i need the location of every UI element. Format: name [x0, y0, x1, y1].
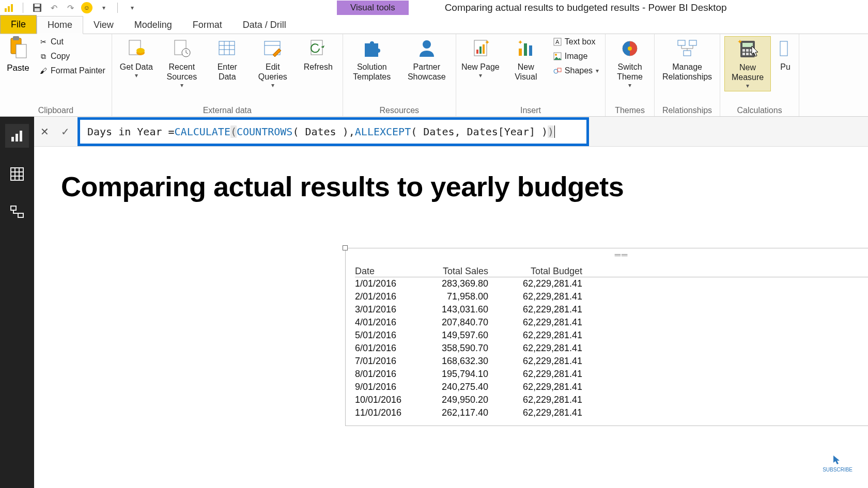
- formula-commit-button[interactable]: ✓: [55, 121, 75, 142]
- svg-rect-2: [11, 4, 13, 12]
- table-header-row: Date Total Sales Total Budget: [355, 266, 868, 277]
- edit-queries-button[interactable]: Edit Queries: [253, 36, 293, 90]
- enter-data-button[interactable]: Enter Data: [207, 36, 247, 83]
- svg-text:A: A: [555, 39, 560, 45]
- tab-view[interactable]: View: [83, 17, 124, 34]
- manage-relationships-button[interactable]: Manage Relationships: [659, 36, 716, 83]
- switch-theme-button[interactable]: Switch Theme: [610, 36, 650, 90]
- col-total-budget[interactable]: Total Budget: [500, 266, 582, 277]
- svg-point-39: [628, 46, 632, 51]
- qat-customize-icon[interactable]: [126, 2, 137, 13]
- svg-rect-48: [742, 53, 745, 55]
- page-title: Comparing actual results to yearly budge…: [40, 155, 868, 213]
- cell-sales: 71,958.00: [422, 291, 500, 302]
- partial-button[interactable]: Pu: [776, 36, 795, 73]
- tab-format[interactable]: Format: [182, 17, 233, 34]
- svg-point-35: [555, 54, 557, 56]
- recent-sources-button[interactable]: Recent Sources: [162, 36, 202, 90]
- table-row[interactable]: 1/01/2016283,369.8062,229,281.41: [355, 277, 868, 290]
- nav-data-view[interactable]: [5, 162, 29, 186]
- table-row[interactable]: 2/01/201671,958.0062,229,281.41: [355, 290, 868, 303]
- partner-showcase-button[interactable]: Partner Showcase: [402, 36, 452, 83]
- svg-rect-46: [746, 49, 749, 52]
- undo-icon[interactable]: ↶: [48, 2, 59, 13]
- table-row[interactable]: 3/01/2016143,031.6062,229,281.41: [355, 303, 868, 316]
- cut-button[interactable]: ✂Cut: [37, 36, 107, 48]
- col-date[interactable]: Date: [355, 266, 422, 277]
- shapes-button[interactable]: Shapes: [551, 65, 601, 76]
- paste-icon: [9, 36, 27, 63]
- subscribe-badge[interactable]: SUBSCRIBE: [823, 453, 853, 473]
- cell-budget: 62,229,281.41: [500, 407, 582, 418]
- cell-sales: 262,117.40: [422, 407, 500, 418]
- cell-sales: 195,794.10: [422, 369, 500, 380]
- ribbon: Paste ✂Cut ⧉Copy 🖌Format Painter Clipboa…: [0, 34, 868, 117]
- resize-handle-icon[interactable]: [343, 245, 348, 250]
- image-button[interactable]: Image: [551, 51, 601, 62]
- svg-rect-40: [678, 40, 685, 45]
- new-page-icon: ✦: [469, 37, 492, 60]
- table-row[interactable]: 5/01/2016149,597.6062,229,281.41: [355, 329, 868, 342]
- new-visual-button[interactable]: ✦New Visual: [506, 36, 546, 83]
- nav-report-view[interactable]: [5, 124, 29, 148]
- svg-text:✦: ✦: [485, 39, 490, 46]
- solution-templates-button[interactable]: Solution Templates: [347, 36, 397, 83]
- relationships-icon: [676, 37, 699, 60]
- feedback-icon[interactable]: ☺: [81, 2, 92, 13]
- group-relationships: Manage Relationships Relationships: [655, 34, 720, 116]
- paste-label: Paste: [7, 63, 29, 73]
- title-bar: ↶ ↷ ☺ Visual tools Comparing actual resu…: [0, 0, 868, 15]
- new-measure-button[interactable]: ✦ New Measure: [724, 36, 771, 91]
- contextual-tab-visual-tools[interactable]: Visual tools: [337, 1, 409, 15]
- refresh-button[interactable]: Refresh: [298, 36, 338, 73]
- tok-calculate: CALCULATE: [175, 125, 230, 138]
- cell-sales: 283,369.80: [422, 278, 500, 289]
- table-row[interactable]: 11/01/2016262,117.4062,229,281.41: [355, 406, 868, 419]
- table-visual[interactable]: ══ Date Total Sales Total Budget 1/01/20…: [345, 248, 868, 426]
- window-title: Comparing actual results to budgeted res…: [445, 2, 727, 13]
- table-row[interactable]: 4/01/2016207,840.7062,229,281.41: [355, 316, 868, 329]
- report-canvas[interactable]: Comparing actual results to yearly budge…: [40, 155, 868, 488]
- edit-queries-icon: [261, 37, 284, 60]
- paste-button[interactable]: Paste: [4, 36, 32, 73]
- cell-budget: 62,229,281.41: [500, 395, 582, 405]
- tab-home[interactable]: Home: [37, 16, 83, 34]
- svg-rect-5: [35, 8, 40, 11]
- new-page-button[interactable]: ✦New Page: [460, 36, 501, 81]
- formula-input[interactable]: Days in Year = CALCULATE ( COUNTROWS ( D…: [78, 117, 589, 146]
- svg-text:✦: ✦: [737, 39, 742, 45]
- formula-cancel-button[interactable]: ✕: [34, 121, 55, 142]
- svg-rect-24: [476, 50, 478, 54]
- tab-modeling[interactable]: Modeling: [124, 17, 182, 34]
- paren-close-highlight: ): [548, 125, 554, 138]
- table-row[interactable]: 8/01/2016195,794.1062,229,281.41: [355, 368, 868, 381]
- redo-icon[interactable]: ↷: [65, 2, 76, 13]
- tab-file[interactable]: File: [0, 15, 37, 34]
- feedback-dropdown-icon[interactable]: [98, 2, 109, 13]
- nav-model-view[interactable]: [5, 200, 29, 224]
- text-box-button[interactable]: AText box: [551, 36, 601, 48]
- svg-rect-30: [529, 45, 532, 56]
- table-row[interactable]: 9/01/2016240,275.4062,229,281.41: [355, 381, 868, 393]
- cell-sales: 149,597.60: [422, 330, 500, 341]
- cell-budget: 62,229,281.41: [500, 304, 582, 315]
- table-row[interactable]: 7/01/2016168,632.3062,229,281.41: [355, 355, 868, 368]
- col-total-sales[interactable]: Total Sales: [422, 266, 500, 277]
- tab-data-drill[interactable]: Data / Drill: [233, 17, 297, 34]
- svg-rect-52: [780, 41, 787, 56]
- table-row[interactable]: 6/01/2016358,590.7062,229,281.41: [355, 342, 868, 355]
- format-painter-button[interactable]: 🖌Format Painter: [37, 65, 107, 76]
- svg-point-22: [423, 40, 431, 49]
- visual-drag-grip-icon[interactable]: ══: [615, 250, 629, 260]
- cell-sales: 143,031.60: [422, 304, 500, 315]
- copy-button[interactable]: ⧉Copy: [37, 51, 107, 62]
- cell-date: 7/01/2016: [355, 356, 422, 367]
- cell-date: 4/01/2016: [355, 317, 422, 328]
- get-data-button[interactable]: Get Data: [116, 36, 157, 81]
- cell-date: 11/01/2016: [355, 407, 422, 418]
- save-icon[interactable]: [32, 2, 43, 13]
- svg-rect-55: [20, 131, 22, 141]
- svg-rect-7: [13, 36, 19, 40]
- table-row[interactable]: 10/01/2016249,950.2062,229,281.41: [355, 393, 868, 406]
- shapes-icon: [553, 67, 562, 75]
